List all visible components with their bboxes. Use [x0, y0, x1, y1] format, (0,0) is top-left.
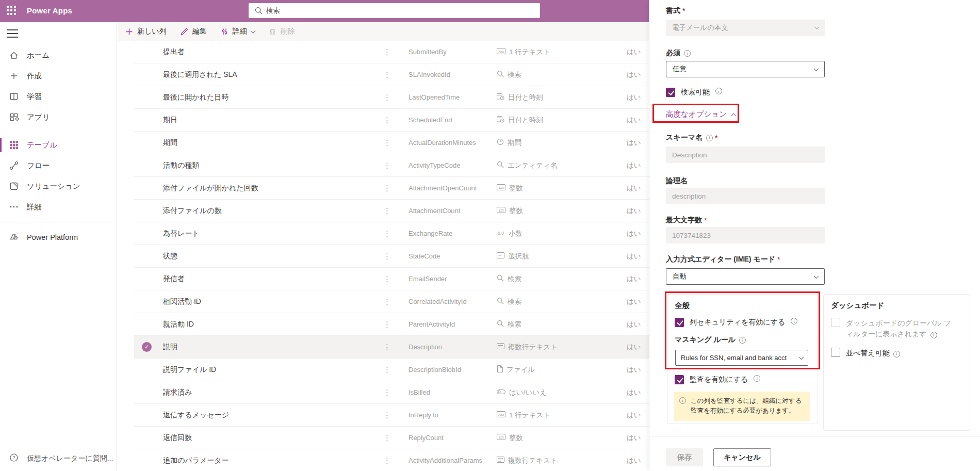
column-display-name-cell[interactable]: 返信回数 ⋮ — [163, 433, 409, 443]
required-value: 任意 — [673, 64, 687, 74]
advanced-icon — [220, 27, 229, 36]
max-length-label: 最大文字数 — [666, 216, 707, 225]
column-display-name-cell[interactable]: 期日 ⋮ — [163, 116, 409, 125]
row-more-menu-icon[interactable]: ⋮ — [381, 161, 393, 170]
column-display-name-cell[interactable]: 請求済み ⋮ — [163, 388, 409, 397]
row-more-menu-icon[interactable]: ⋮ — [381, 206, 393, 216]
column-display-name-cell[interactable]: 相関活動 ID ⋮ — [163, 297, 409, 306]
toggle-type-icon — [497, 388, 505, 396]
row-more-menu-icon[interactable]: ⋮ — [381, 456, 393, 465]
sortable-checkbox[interactable] — [831, 348, 840, 357]
column-display-name-cell[interactable]: 発信者 ⋮ — [163, 274, 409, 284]
row-more-menu-icon[interactable]: ⋮ — [381, 343, 393, 352]
column-display-name-cell[interactable]: 親活動 ID ⋮ — [163, 320, 409, 329]
global-search[interactable] — [249, 3, 540, 18]
column-type-label: 日付と時刻 — [508, 116, 543, 125]
column-display-name-cell[interactable]: 活動の種類 ⋮ — [163, 161, 409, 170]
virtual-agent-help[interactable]: ? 仮想オペレーターに質問... — [0, 448, 117, 469]
row-more-menu-icon[interactable]: ⋮ — [381, 365, 393, 375]
column-display-name-cell[interactable]: 添付ファイルの数 ⋮ — [163, 206, 409, 216]
column-display-name: 最後に開かれた日時 — [163, 93, 228, 102]
delete-button[interactable]: 削除 — [268, 27, 295, 36]
dashboard-global-filter-checkbox[interactable] — [831, 318, 840, 327]
row-more-menu-icon[interactable]: ⋮ — [381, 116, 393, 125]
sidebar-item-learn[interactable]: 学習 — [0, 86, 117, 107]
save-button[interactable]: 保存 — [666, 448, 703, 466]
column-type-label: 整数 — [509, 206, 523, 216]
column-display-name-cell[interactable]: 状態 ⋮ — [163, 252, 409, 261]
searchable-checkbox[interactable] — [666, 88, 675, 97]
edit-button[interactable]: 編集 — [180, 27, 207, 36]
row-more-menu-icon[interactable]: ⋮ — [381, 320, 393, 329]
row-more-menu-icon[interactable]: ⋮ — [381, 70, 393, 79]
column-schema-name: AttachmentCount — [409, 207, 497, 215]
hamburger-menu-icon[interactable] — [7, 29, 18, 38]
schema-name-label: スキーマ名 — [666, 133, 717, 142]
row-more-menu-icon[interactable]: ⋮ — [381, 411, 393, 420]
datetime-type-icon — [497, 116, 504, 124]
help-question-icon: ? — [9, 452, 19, 465]
column-schema-name: ActualDurationMinutes — [409, 139, 497, 147]
column-type-label: 期間 — [508, 138, 521, 148]
schema-name-input[interactable]: Description — [666, 147, 825, 163]
required-select[interactable]: 任意 — [666, 61, 825, 77]
row-more-menu-icon[interactable]: ⋮ — [381, 184, 393, 193]
sidebar-item-solutions[interactable]: ソリューション — [0, 176, 117, 197]
column-type-cell: 日付と時刻 — [497, 93, 627, 102]
advanced-options-toggle[interactable]: 高度なオプション — [666, 109, 736, 119]
column-display-name-cell[interactable]: 添付ファイルが開かれた回数 ⋮ — [163, 184, 409, 193]
column-type-cell: 123 整数 — [497, 433, 627, 443]
row-more-menu-icon[interactable]: ⋮ — [381, 93, 393, 102]
row-more-menu-icon[interactable]: ⋮ — [381, 433, 393, 443]
column-display-name-cell[interactable]: 提出者 ⋮ — [163, 47, 409, 57]
sidebar-item-more[interactable]: 詳細 — [0, 197, 117, 217]
home-icon — [9, 50, 19, 60]
logical-name-input[interactable]: description — [666, 188, 825, 204]
row-more-menu-icon[interactable]: ⋮ — [381, 388, 393, 397]
column-display-name: 活動の種類 — [163, 161, 199, 170]
column-display-name-cell[interactable]: 最後に適用された SLA ⋮ — [163, 70, 409, 79]
sidebar-item-apps[interactable]: アプリ — [0, 107, 117, 127]
column-display-name: 為替レート — [163, 229, 200, 238]
column-schema-name: IsBilled — [409, 388, 497, 396]
cancel-button[interactable]: キャンセル — [713, 448, 771, 466]
column-display-name-cell[interactable]: 返信するメッセージ ⋮ — [163, 411, 409, 420]
sidebar-item-create[interactable]: 作成 — [0, 66, 117, 86]
search-input[interactable] — [266, 3, 534, 18]
column-display-name: 状態 — [163, 252, 177, 261]
sidebar-item-label: 詳細 — [27, 202, 42, 212]
ime-mode-label: 入力方式エディター (IME) モード — [666, 255, 780, 264]
row-select-cell[interactable]: ✓ — [134, 342, 163, 352]
column-schema-name: ScheduledEnd — [409, 116, 497, 124]
format-select[interactable]: 電子メールの本文 — [666, 20, 825, 36]
new-column-button[interactable]: 新しい列 — [125, 27, 167, 36]
waffle-menu-icon[interactable] — [7, 6, 18, 17]
max-length-input[interactable]: 1073741823 — [666, 227, 825, 243]
column-type-label: 整数 — [509, 184, 523, 193]
column-security-checkbox[interactable] — [675, 318, 684, 327]
row-more-menu-icon[interactable]: ⋮ — [381, 229, 393, 238]
sidebar-item-tables[interactable]: テーブル — [0, 135, 117, 155]
column-display-name-cell[interactable]: 追加のパラメーター ⋮ — [163, 456, 409, 465]
row-more-menu-icon[interactable]: ⋮ — [381, 252, 393, 261]
row-more-menu-icon[interactable]: ⋮ — [381, 274, 393, 284]
column-display-name-cell[interactable]: 最後に開かれた日時 ⋮ — [163, 93, 409, 102]
info-icon — [679, 397, 686, 404]
audit-checkbox[interactable] — [675, 375, 684, 384]
masking-rule-select[interactable]: Rules for SSN, email and bank acct — [675, 350, 808, 366]
row-more-menu-icon[interactable]: ⋮ — [381, 138, 393, 148]
column-schema-name: SubmittedBy — [409, 48, 497, 56]
column-display-name-cell[interactable]: 為替レート ⋮ — [163, 229, 409, 238]
advanced-menu-button[interactable]: 詳細 — [220, 27, 255, 36]
row-more-menu-icon[interactable]: ⋮ — [381, 47, 393, 57]
column-display-name-cell[interactable]: 説明ファイル ID ⋮ — [163, 365, 409, 375]
sidebar-item-flows[interactable]: フロー — [0, 155, 117, 176]
column-display-name-cell[interactable]: 期間 ⋮ — [163, 138, 409, 148]
column-display-name-cell[interactable]: 説明 ⋮ — [163, 343, 409, 352]
ime-mode-select[interactable]: 自動 — [666, 268, 825, 285]
sidebar-item-label: テーブル — [27, 140, 57, 150]
sortable-row: 並べ替え可能 — [831, 348, 962, 359]
row-more-menu-icon[interactable]: ⋮ — [381, 297, 393, 306]
sidebar-item-home[interactable]: ホーム — [0, 45, 117, 66]
sidebar-item-power-platform[interactable]: Power Platform — [0, 227, 117, 248]
